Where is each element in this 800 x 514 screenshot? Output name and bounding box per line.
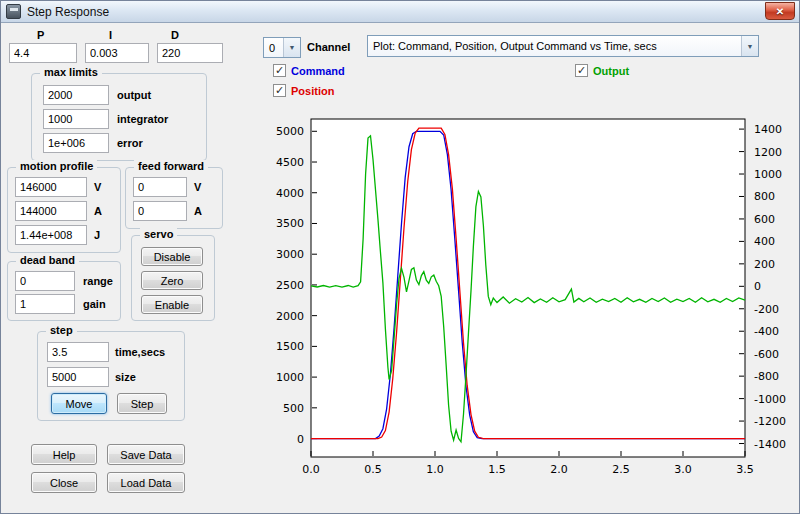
- check-icon: ✓: [273, 64, 286, 77]
- svg-text:3000: 3000: [276, 248, 304, 261]
- svg-text:0: 0: [754, 280, 761, 293]
- jerk-label: J: [94, 229, 100, 241]
- svg-text:-200: -200: [754, 303, 779, 316]
- acceleration-input[interactable]: [15, 201, 87, 221]
- svg-text:-400: -400: [754, 325, 779, 338]
- svg-text:1.0: 1.0: [426, 463, 444, 476]
- dead-band-title: dead band: [16, 254, 79, 266]
- i-label: I: [109, 29, 112, 41]
- close-icon: ✕: [776, 6, 784, 17]
- svg-text:1200: 1200: [754, 146, 782, 159]
- help-button[interactable]: Help: [31, 444, 97, 465]
- step-size-input[interactable]: [47, 367, 109, 387]
- step-time-input[interactable]: [47, 342, 109, 362]
- close-button[interactable]: ✕: [765, 2, 795, 20]
- step-title: step: [46, 324, 77, 336]
- svg-text:0.5: 0.5: [364, 463, 382, 476]
- svg-text:4500: 4500: [276, 156, 304, 169]
- output-checkbox-label: Output: [593, 65, 629, 77]
- svg-text:600: 600: [754, 213, 775, 226]
- ff-velocity-input[interactable]: [133, 177, 187, 197]
- command-checkbox-label: Command: [291, 65, 345, 77]
- dead-band-gain-input[interactable]: [15, 294, 75, 314]
- svg-text:-600: -600: [754, 348, 779, 361]
- max-error-label: error: [117, 137, 143, 149]
- plot-select[interactable]: Plot: Command, Position, Output Command …: [367, 35, 759, 57]
- p-input[interactable]: [9, 43, 77, 63]
- output-checkbox[interactable]: ✓ Output: [575, 64, 629, 77]
- dead-band-gain-label: gain: [83, 298, 106, 310]
- svg-text:2500: 2500: [276, 279, 304, 292]
- check-icon: ✓: [273, 84, 286, 97]
- feed-forward-title: feed forward: [134, 160, 208, 172]
- disable-button[interactable]: Disable: [141, 247, 203, 266]
- svg-text:3500: 3500: [276, 217, 304, 230]
- channel-select[interactable]: 0 ▼: [263, 37, 301, 58]
- svg-text:500: 500: [283, 402, 304, 415]
- svg-text:2.0: 2.0: [550, 463, 568, 476]
- dead-band-range-label: range: [83, 275, 113, 287]
- load-data-button[interactable]: Load Data: [107, 472, 185, 493]
- max-limits-title: max limits: [40, 66, 102, 78]
- enable-button[interactable]: Enable: [141, 295, 203, 314]
- step-button[interactable]: Step: [117, 393, 167, 414]
- acceleration-label: A: [94, 205, 102, 217]
- close-window-button[interactable]: Close: [31, 472, 97, 493]
- svg-text:400: 400: [754, 235, 775, 248]
- velocity-input[interactable]: [15, 177, 87, 197]
- max-output-label: output: [117, 89, 151, 101]
- chevron-down-icon: ▼: [741, 36, 758, 56]
- p-label: P: [37, 29, 44, 41]
- svg-text:800: 800: [754, 190, 775, 203]
- ff-velocity-label: V: [194, 181, 201, 193]
- check-icon: ✓: [575, 64, 588, 77]
- servo-title: servo: [140, 228, 177, 240]
- max-error-input[interactable]: [43, 133, 109, 153]
- move-button[interactable]: Move: [51, 393, 107, 414]
- chevron-down-icon: ▼: [283, 38, 300, 57]
- ff-acceleration-input[interactable]: [133, 201, 187, 221]
- zero-button[interactable]: Zero: [141, 271, 203, 290]
- svg-text:-800: -800: [754, 370, 779, 383]
- dead-band-range-input[interactable]: [15, 271, 75, 291]
- motion-profile-title: motion profile: [16, 160, 97, 172]
- svg-text:1000: 1000: [276, 371, 304, 384]
- app-icon: [6, 4, 21, 19]
- svg-text:5000: 5000: [276, 125, 304, 138]
- step-time-label: time,secs: [115, 346, 165, 358]
- max-integrator-label: integrator: [117, 113, 168, 125]
- svg-text:-1000: -1000: [754, 393, 786, 406]
- ff-acceleration-label: A: [194, 205, 202, 217]
- svg-text:200: 200: [754, 258, 775, 271]
- svg-text:-1400: -1400: [754, 438, 786, 451]
- svg-text:0.0: 0.0: [302, 463, 320, 476]
- svg-text:2.5: 2.5: [612, 463, 630, 476]
- i-input[interactable]: [85, 43, 149, 63]
- svg-text:2000: 2000: [276, 310, 304, 323]
- svg-text:1400: 1400: [754, 123, 782, 136]
- position-checkbox[interactable]: ✓ Position: [273, 84, 334, 97]
- svg-text:-1200: -1200: [754, 415, 786, 428]
- max-integrator-input[interactable]: [43, 109, 109, 129]
- plot-select-value: Plot: Command, Position, Output Command …: [368, 40, 662, 52]
- window-title: Step Response: [27, 5, 109, 19]
- d-input[interactable]: [157, 43, 223, 63]
- jerk-input[interactable]: [15, 225, 87, 245]
- svg-text:3.0: 3.0: [674, 463, 692, 476]
- step-response-plot: 0500100015002000250030003500400045005000…: [256, 105, 800, 510]
- max-output-input[interactable]: [43, 85, 109, 105]
- channel-label: Channel: [307, 41, 350, 53]
- velocity-label: V: [94, 181, 101, 193]
- position-checkbox-label: Position: [291, 85, 334, 97]
- svg-text:4000: 4000: [276, 187, 304, 200]
- step-response-window: Step Response ✕ P I D max limits output …: [0, 0, 800, 514]
- save-data-button[interactable]: Save Data: [107, 444, 185, 465]
- svg-text:0: 0: [297, 433, 304, 446]
- title-bar[interactable]: Step Response: [1, 1, 799, 23]
- svg-text:3.5: 3.5: [736, 463, 754, 476]
- svg-text:1500: 1500: [276, 340, 304, 353]
- command-checkbox[interactable]: ✓ Command: [273, 64, 345, 77]
- step-size-label: size: [115, 371, 136, 383]
- d-label: D: [171, 29, 179, 41]
- svg-text:1000: 1000: [754, 168, 782, 181]
